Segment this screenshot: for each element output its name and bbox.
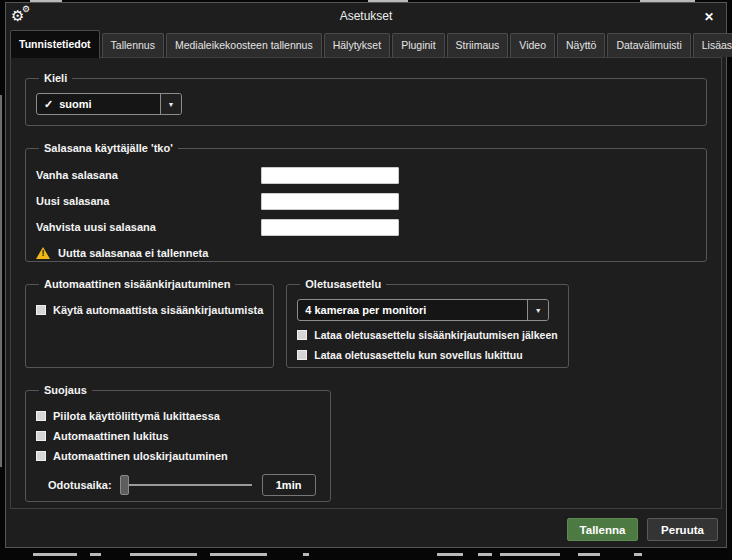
new-password-input[interactable] [261, 193, 399, 210]
default-layout-group: Oletusasettelu 4 kameraa per monitori ▼ … [286, 278, 568, 368]
default-layout-dropdown-value: 4 kameraa per monitori [298, 300, 527, 320]
settings-dialog: ⚙ ⚙ Asetukset ✕ Tunnistetiedot Tallennus… [5, 2, 727, 548]
hide-ui-when-locked-row[interactable]: Piilota käyttöliittymä lukittaessa [36, 410, 320, 422]
dialog-footer: Tallenna Peruuta [6, 509, 726, 541]
load-layout-after-login-label: Lataa oletusasettelu sisäänkirjautumisen… [314, 329, 557, 341]
background-fragment [33, 553, 77, 556]
tab-video[interactable]: Video [510, 33, 555, 57]
old-password-label: Vanha salasana [36, 169, 261, 181]
timeout-slider[interactable] [120, 475, 252, 495]
security-group-title: Suojaus [39, 384, 92, 396]
dialog-title: Asetukset [6, 9, 726, 23]
background-fragment [303, 553, 309, 556]
auto-logout-row[interactable]: Automaattinen uloskirjautuminen [36, 450, 320, 462]
check-icon: ✓ [44, 98, 53, 111]
title-bar: ⚙ ⚙ Asetukset ✕ [6, 3, 726, 29]
middle-row: Automaattinen sisäänkirjautuminen Käytä … [25, 278, 707, 368]
close-icon[interactable]: ✕ [700, 8, 718, 26]
default-layout-dropdown[interactable]: 4 kameraa per monitori ▼ [297, 299, 549, 321]
background-fragment [634, 553, 642, 556]
default-layout-selected-label: 4 kameraa per monitori [305, 304, 426, 316]
background-fragment [478, 553, 492, 556]
slider-handle[interactable] [120, 475, 129, 495]
checkbox-unchecked[interactable] [36, 431, 46, 441]
checkbox-unchecked[interactable] [297, 350, 307, 360]
timeout-label: Odotusaika: [48, 479, 112, 491]
tab-tunnistetiedot[interactable]: Tunnistetiedot [10, 30, 100, 58]
timeout-value: 1min [262, 474, 316, 496]
load-layout-on-lock-label: Lataa oletusasettelu kun sovellus lukitt… [314, 349, 522, 361]
tab-medialeikekoosteen-tallennus[interactable]: Medialeikekoosteen tallennus [166, 33, 322, 57]
auto-login-group-title: Automaattinen sisäänkirjautuminen [39, 278, 235, 290]
hide-ui-when-locked-label: Piilota käyttöliittymä lukittaessa [53, 410, 220, 422]
language-dropdown[interactable]: ✓ suomi ▼ [36, 93, 182, 115]
checkbox-unchecked[interactable] [36, 305, 46, 315]
auto-login-group: Automaattinen sisäänkirjautuminen Käytä … [25, 278, 274, 368]
confirm-password-label: Vahvista uusi salasana [36, 221, 261, 233]
language-group: Kieli ✓ suomi ▼ [25, 72, 707, 126]
password-group-title: Salasana käyttäjälle 'tko' [39, 142, 178, 154]
language-group-title: Kieli [39, 72, 72, 84]
security-group: Suojaus Piilota käyttöliittymä lukittaes… [25, 384, 331, 502]
timeout-row: Odotusaika: 1min [48, 474, 320, 496]
tab-page-tunnistetiedot: Kieli ✓ suomi ▼ Salasana käyttäjälle 'tk… [10, 57, 722, 509]
auto-logout-label: Automaattinen uloskirjautuminen [53, 450, 228, 462]
default-layout-group-title: Oletusasettelu [300, 278, 386, 290]
checkbox-unchecked[interactable] [36, 411, 46, 421]
auto-lock-label: Automaattinen lukitus [53, 430, 169, 442]
tab-naytto[interactable]: Näyttö [557, 33, 605, 57]
chevron-down-icon[interactable]: ▼ [527, 300, 548, 320]
tab-datavalimuisti[interactable]: Datavälimuisti [607, 33, 690, 57]
save-button[interactable]: Tallenna [567, 518, 638, 541]
auto-lock-row[interactable]: Automaattinen lukitus [36, 430, 320, 442]
background-fragment [500, 553, 560, 556]
background-fragment [437, 553, 463, 556]
cancel-button[interactable]: Peruuta [647, 518, 718, 541]
tab-halytykset[interactable]: Hälytykset [324, 33, 390, 57]
tab-strip: Tunnistetiedot Tallennus Medialeikekoost… [6, 29, 726, 57]
warning-icon [36, 247, 50, 259]
auto-login-checkbox-row[interactable]: Käytä automaattista sisäänkirjautumista [36, 304, 263, 316]
tab-pluginit[interactable]: Pluginit [392, 33, 444, 57]
language-selected-label: suomi [59, 98, 91, 110]
background-fragment [90, 553, 101, 556]
background-window-edge [0, 95, 2, 467]
auto-login-checkbox-label: Käytä automaattista sisäänkirjautumista [53, 304, 263, 316]
chevron-down-icon[interactable]: ▼ [160, 94, 181, 114]
password-group: Salasana käyttäjälle 'tko' Vanha salasan… [25, 142, 707, 262]
tab-tallennus[interactable]: Tallennus [102, 33, 164, 57]
checkbox-unchecked[interactable] [297, 330, 307, 340]
password-warning-text: Uutta salasanaa ei tallenneta [58, 247, 208, 259]
background-fragment [210, 553, 267, 556]
load-layout-after-login-row[interactable]: Lataa oletusasettelu sisäänkirjautumisen… [297, 329, 557, 341]
tab-lisaasetukset[interactable]: Lisäasetukset [693, 33, 732, 57]
old-password-input[interactable] [261, 167, 399, 184]
background-fragment [578, 553, 600, 556]
tab-striimaus[interactable]: Striimaus [447, 33, 509, 57]
confirm-password-input[interactable] [261, 219, 399, 236]
load-layout-on-lock-row[interactable]: Lataa oletusasettelu kun sovellus lukitt… [297, 349, 557, 361]
checkbox-unchecked[interactable] [36, 451, 46, 461]
language-dropdown-value: ✓ suomi [37, 94, 160, 114]
new-password-label: Uusi salasana [36, 195, 261, 207]
background-fragment [130, 553, 197, 556]
slider-track [120, 484, 252, 486]
